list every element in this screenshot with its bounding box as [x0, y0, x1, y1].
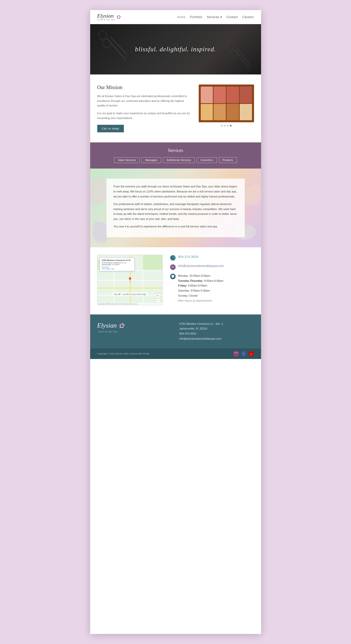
main-nav: Home Portfolio Services ▾ Contact Career…	[177, 15, 254, 19]
mission-paragraph-2: It is our goal to make your experience a…	[97, 111, 193, 120]
footer-logo: Elysian ✿	[97, 321, 124, 330]
floral-paragraph-2: Our professional staff of stylists, esth…	[114, 202, 238, 222]
logo-name: Elysian	[97, 13, 114, 19]
mission-image-area	[199, 85, 254, 127]
hours-sunday: Sunday: Closed	[178, 294, 198, 297]
map-controls: + −	[156, 294, 160, 303]
call-button[interactable]: Call us today	[97, 125, 124, 132]
slider-dot-3[interactable]	[227, 125, 229, 127]
hours-saturday: Saturday: 9:00am-5:00pm	[178, 289, 210, 292]
footer-address: 4792 Windsor Commons Ct., Ste. 2, Jackso…	[179, 321, 254, 341]
palette-color-5	[201, 104, 213, 120]
hours-friday-label: Friday:	[178, 284, 188, 287]
tab-products[interactable]: Products	[219, 157, 237, 163]
contact-phone[interactable]: 904-374-3834	[178, 255, 198, 259]
floral-text-box: From the moment you walk through our doo…	[107, 179, 245, 237]
palette-color-7	[227, 104, 239, 120]
palette-color-1	[201, 87, 213, 103]
map-popup-address: 4792 Windsor Commons Ct. #2,Jacksonville…	[102, 262, 132, 265]
flower-icon: ✿	[116, 14, 121, 20]
tab-cosmetics[interactable]: Cosmetics	[197, 157, 217, 163]
palette-color-2	[214, 87, 226, 103]
contact-hours-row: 🕐 Monday: 10:00am-6:00pm Tuesday-Thursda…	[170, 273, 254, 303]
tab-esthetician-services[interactable]: Esthetician Services	[163, 157, 195, 163]
map-larger-link[interactable]: View larger map	[102, 268, 114, 270]
map-zoom-in-button[interactable]: +	[156, 294, 160, 298]
contact-email-row: ✉ info@elysiansalonanddayspa.com	[170, 264, 254, 270]
slider-dot-2[interactable]	[224, 125, 226, 127]
hero-section: blissful. delightful. inspired.	[90, 24, 261, 74]
nav-contact[interactable]: Contact	[226, 15, 238, 19]
contact-email[interactable]: info@elysiansalonanddayspa.com	[178, 264, 224, 268]
mission-content: Our Mission We at Elysian Salon & Day Sp…	[97, 85, 193, 132]
footer-email: info@elysiansalonanddayspa.com	[179, 337, 221, 340]
slider-dots	[199, 125, 254, 127]
hours-monday: Monday: 10:00am-6:00pm	[178, 274, 210, 277]
footer-logo-area: Elysian ✿ Salon & Day Spa	[97, 321, 172, 333]
palette-color-3	[227, 87, 239, 103]
map-directions-link[interactable]: Directions	[102, 266, 110, 268]
footer-logo-name: Elysian	[97, 322, 117, 329]
footer-logo-sub: Salon & Day Spa	[98, 330, 118, 333]
palette-color-6	[214, 104, 226, 120]
site-header: Elysian Salon & Day Spa ✿ Home Portfolio…	[90, 10, 261, 24]
hours-icon: 🕐	[170, 274, 176, 279]
floral-paragraph-3: You owe it to yourself to experience the…	[114, 224, 238, 229]
slider-dot-1[interactable]	[221, 125, 223, 127]
nav-portfolio[interactable]: Portfolio	[190, 15, 203, 19]
services-title: Services	[97, 148, 254, 153]
phone-icon: 📞	[170, 255, 176, 261]
footer-address-line2: Jacksonville, FL 32224	[179, 327, 208, 330]
hours-after: After Hours by Appointment	[178, 299, 212, 302]
logo-text: Elysian Salon & Day Spa	[97, 13, 115, 21]
mission-title: Our Mission	[97, 85, 193, 90]
map-pin-icon: 📍	[127, 277, 133, 283]
hours-friday-time: 9:00am-6:00pm	[188, 284, 207, 287]
footer-main: Elysian ✿ Salon & Day Spa 4792 Windsor C…	[90, 314, 261, 348]
footer-contact-info: 4792 Windsor Commons Ct., Ste. 2, Jackso…	[179, 321, 254, 341]
tab-massages[interactable]: Massages	[141, 157, 161, 163]
svg-line-7	[237, 48, 250, 66]
hours-tuesday-thursday: Tuesday-Thursday:	[178, 279, 204, 282]
facebook-icon[interactable]: f	[241, 351, 246, 356]
contact-hours: Monday: 10:00am-6:00pm Tuesday-Thursday:…	[178, 273, 224, 303]
mission-paragraph-1: We at Elysian Salon & Day Spa are dedica…	[97, 94, 193, 108]
social-icons: 📷 f y	[233, 351, 254, 356]
palette-color-4	[240, 87, 252, 103]
footer-address-line1: 4792 Windsor Commons Ct., Ste. 2,	[179, 322, 224, 325]
logo-sub: Salon & Day Spa	[97, 19, 115, 21]
map-popup: 4792 Windsor Commons Ct #2 4792 Windsor …	[99, 258, 135, 271]
email-icon: ✉	[170, 264, 176, 270]
yelp-icon[interactable]: y	[248, 351, 254, 356]
svg-line-2	[108, 39, 125, 59]
scissors-right-icon	[226, 42, 251, 72]
hours-tue-thu-time: 9:00am-8:00pm	[204, 279, 223, 282]
map-placeholder[interactable]: 4792 Windsor Commons Ct #2 4792 Windsor …	[97, 255, 163, 305]
logo-area: Elysian Salon & Day Spa ✿	[97, 13, 121, 21]
floral-section: From the moment you walk through our doo…	[90, 169, 261, 247]
contact-info: 📞 904-374-3834 ✉ info@elysiansalonandday…	[170, 255, 254, 307]
map-area: 4792 Windsor Commons Ct #2 4792 Windsor …	[97, 255, 163, 305]
palette-grid	[199, 85, 254, 122]
map-attribution: Map data ©2026 Google Terms of Use Repor…	[97, 303, 162, 305]
mission-section: Our Mission We at Elysian Salon & Day Sp…	[90, 74, 261, 142]
tab-salon-services[interactable]: Salon Services	[114, 157, 139, 163]
copyright-text: Copyright © 2020 Elysian Salon Jacksonvi…	[97, 352, 149, 355]
footer-bottom: Copyright © 2020 Elysian Salon Jacksonvi…	[90, 348, 261, 359]
services-tabs: Salon Services Massages Esthetician Serv…	[97, 157, 254, 163]
map-green-1	[143, 255, 162, 270]
hero-tagline: blissful. delightful. inspired.	[135, 46, 216, 53]
footer-phone: 904-374-5631	[179, 332, 197, 335]
contact-phone-row: 📞 904-374-3834	[170, 255, 254, 261]
nav-careers[interactable]: Careers	[242, 15, 254, 19]
instagram-icon[interactable]: 📷	[233, 351, 239, 356]
footer-flower-icon: ✿	[118, 321, 124, 330]
nav-home[interactable]: Home	[177, 15, 186, 19]
nav-services[interactable]: Services ▾	[207, 15, 222, 19]
scissors-left-icon	[98, 29, 128, 64]
services-banner: Services Salon Services Massages Estheti…	[90, 142, 261, 169]
svg-line-6	[235, 51, 250, 69]
map-zoom-out-button[interactable]: −	[156, 298, 160, 303]
map-popup-title: 4792 Windsor Commons Ct #2	[102, 259, 132, 261]
slider-dot-4[interactable]	[230, 125, 232, 127]
